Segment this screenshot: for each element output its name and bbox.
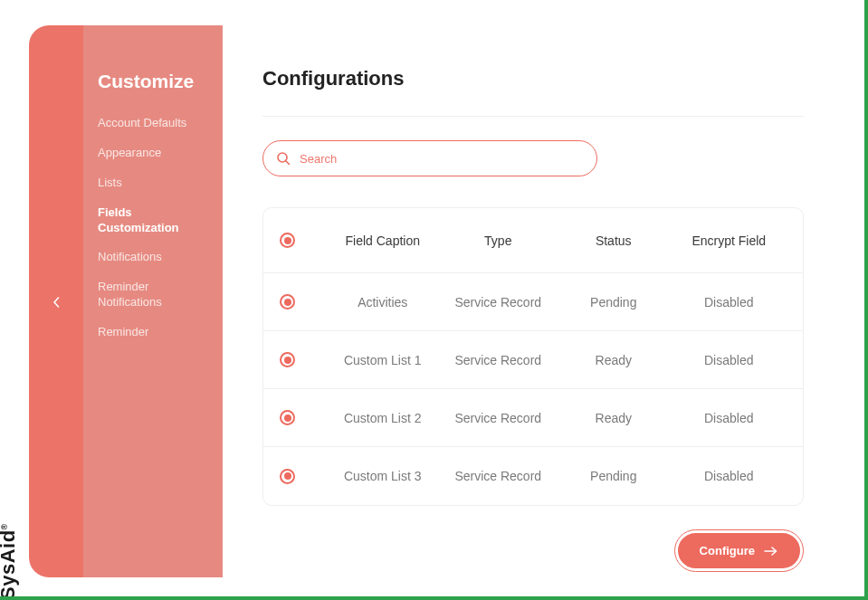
cell-encrypt: Disabled — [672, 411, 787, 425]
cell-caption: Custom List 2 — [325, 411, 441, 425]
cell-type: Service Record — [441, 353, 557, 367]
sidebar: Customize Account Defaults Appearance Li… — [83, 25, 223, 577]
col-header-caption: Field Caption — [325, 233, 441, 248]
divider — [262, 116, 804, 117]
cell-status: Ready — [556, 353, 672, 367]
brand-logo: SysAid® — [0, 523, 20, 600]
main-panel: Configurations Field Caption Type Status… — [223, 25, 844, 577]
cell-status: Pending — [556, 469, 672, 483]
sidebar-item-label: Notifications — [98, 250, 162, 263]
cell-encrypt: Disabled — [672, 353, 787, 367]
select-all-radio[interactable] — [280, 233, 295, 248]
cell-caption: Activities — [325, 295, 441, 310]
table-row: Custom List 3 Service Record Pending Dis… — [263, 447, 803, 505]
col-header-encrypt: Encrypt Field — [672, 233, 787, 248]
sidebar-item-label: Appearance — [98, 146, 161, 159]
cell-status: Pending — [556, 295, 672, 310]
sidebar-item-label: Fields Customization — [98, 205, 179, 234]
sidebar-item-label: Account Defaults — [98, 116, 186, 129]
sidebar-item-account-defaults[interactable]: Account Defaults — [98, 109, 208, 138]
cell-encrypt: Disabled — [672, 295, 787, 310]
search-icon — [276, 151, 291, 166]
sidebar-item-reminder-notifications[interactable]: Reminder Notifications — [98, 272, 208, 318]
cell-caption: Custom List 1 — [325, 353, 441, 367]
cell-type: Service Record — [441, 469, 557, 483]
table-header-row: Field Caption Type Status Encrypt Field — [263, 208, 803, 273]
cell-type: Service Record — [441, 411, 557, 425]
table-row: Activities Service Record Pending Disabl… — [263, 273, 803, 331]
cell-caption: Custom List 3 — [325, 469, 441, 483]
cell-encrypt: Disabled — [672, 469, 787, 483]
cell-type: Service Record — [441, 295, 557, 310]
configure-button-outline: Configure — [674, 529, 804, 572]
sidebar-item-fields-customization[interactable]: Fields Customization — [98, 198, 208, 243]
sidebar-item-label: Reminder — [98, 325, 148, 338]
sidebar-item-appearance[interactable]: Appearance — [98, 138, 208, 168]
page-title: Configurations — [262, 67, 804, 90]
row-radio[interactable] — [280, 352, 295, 367]
sidebar-title: Customize — [98, 71, 208, 92]
svg-line-1 — [286, 161, 290, 165]
col-header-status: Status — [556, 233, 672, 248]
table-row: Custom List 2 Service Record Ready Disab… — [263, 389, 803, 447]
row-radio[interactable] — [280, 294, 295, 310]
search-field[interactable] — [262, 140, 597, 176]
sidebar-item-label: Reminder Notifications — [98, 280, 162, 309]
arrow-right-icon — [764, 547, 778, 556]
sidebar-item-label: Lists — [98, 176, 122, 189]
row-radio[interactable] — [280, 469, 295, 484]
table-row: Custom List 1 Service Record Ready Disab… — [263, 331, 803, 389]
row-radio[interactable] — [280, 410, 295, 425]
sidebar-item-notifications[interactable]: Notifications — [98, 243, 208, 272]
col-header-type: Type — [441, 233, 557, 248]
configure-button[interactable]: Configure — [678, 533, 800, 568]
nav-rail — [29, 25, 83, 577]
config-table: Field Caption Type Status Encrypt Field … — [262, 207, 804, 506]
sidebar-item-lists[interactable]: Lists — [98, 168, 208, 198]
sidebar-item-reminder[interactable]: Reminder — [98, 318, 208, 348]
search-input[interactable] — [300, 151, 584, 166]
cell-status: Ready — [556, 411, 672, 425]
configure-button-label: Configure — [700, 544, 755, 557]
collapse-sidebar-button[interactable] — [52, 297, 60, 310]
